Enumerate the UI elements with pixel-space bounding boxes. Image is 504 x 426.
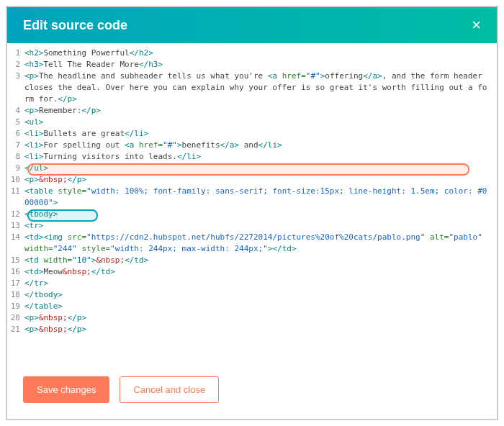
save-button[interactable]: Save changes (23, 376, 109, 403)
code-content[interactable]: <li>Turning visitors into leads.</li> (24, 151, 497, 163)
modal-title: Edit source code (23, 18, 127, 33)
code-content[interactable]: </tbody> (24, 289, 497, 301)
line-number: 13 (7, 220, 24, 232)
line-number: 11 (7, 186, 24, 209)
line-number: 7 (7, 140, 24, 151)
line-number: 6 (7, 128, 24, 140)
code-content[interactable]: <h3>Tell The Reader More</h3> (24, 59, 497, 71)
code-line[interactable]: 12<tbody> (7, 209, 497, 220)
line-number: 16 (7, 266, 24, 278)
code-line[interactable]: 1<h2>Something Powerful</h2> (7, 47, 497, 59)
code-content[interactable]: </ul> (24, 163, 497, 174)
code-content[interactable]: <tbody> (24, 209, 497, 220)
line-number: 2 (7, 59, 24, 71)
line-number: 1 (7, 47, 24, 59)
line-number: 14 (7, 232, 24, 255)
code-line[interactable]: 3<p>The headline and subheader tells us … (7, 71, 497, 105)
code-line[interactable]: 6<li>Bullets are great</li> (7, 128, 497, 140)
modal-header: Edit source code × (7, 7, 497, 43)
code-content[interactable]: <h2>Something Powerful</h2> (24, 47, 497, 59)
code-content[interactable]: <ul> (24, 117, 497, 128)
line-number: 18 (7, 289, 24, 301)
source-code-editor[interactable]: 1<h2>Something Powerful</h2>2<h3>Tell Th… (7, 43, 497, 363)
code-content[interactable]: </tr> (24, 278, 497, 289)
line-number: 17 (7, 278, 24, 289)
code-line[interactable]: 2<h3>Tell The Reader More</h3> (7, 59, 497, 71)
modal-frame: Edit source code × 1<h2>Something Powerf… (6, 6, 498, 420)
line-number: 10 (7, 174, 24, 186)
line-number: 15 (7, 255, 24, 266)
line-number: 4 (7, 105, 24, 117)
line-number: 21 (7, 324, 24, 335)
code-line[interactable]: 21<p>&nbsp;</p> (7, 324, 497, 335)
code-line[interactable]: 11<table style="width: 100%; font-family… (7, 186, 497, 209)
code-content[interactable]: <p>&nbsp;</p> (24, 324, 497, 335)
code-line[interactable]: 17</tr> (7, 278, 497, 289)
line-number: 9 (7, 163, 24, 174)
line-number: 8 (7, 151, 24, 163)
close-icon[interactable]: × (472, 17, 481, 33)
code-line[interactable]: 16<td>Meow&nbsp;</td> (7, 266, 497, 278)
code-content[interactable]: <table style="width: 100%; font-family: … (24, 186, 497, 209)
line-number: 3 (7, 71, 24, 105)
cancel-button[interactable]: Cancel and close (120, 376, 219, 403)
code-line[interactable]: 4<p>Remember:</p> (7, 105, 497, 117)
code-line[interactable]: 18</tbody> (7, 289, 497, 301)
code-content[interactable]: <li>Bullets are great</li> (24, 128, 497, 140)
code-line[interactable]: 20<p>&nbsp;</p> (7, 312, 497, 324)
code-content[interactable]: <p>The headline and subheader tells us w… (24, 71, 497, 105)
line-number: 20 (7, 312, 24, 324)
line-number: 19 (7, 301, 24, 312)
code-content[interactable]: </table> (24, 301, 497, 312)
code-line[interactable]: 8<li>Turning visitors into leads.</li> (7, 151, 497, 163)
code-content[interactable]: <p>&nbsp;</p> (24, 312, 497, 324)
code-line[interactable]: 14<td><img src="https://cdn2.hubspot.net… (7, 232, 497, 255)
code-content[interactable]: <p>&nbsp;</p> (24, 174, 497, 186)
code-content[interactable]: <li>For spelling out <a href="#">benefit… (24, 140, 497, 151)
code-line[interactable]: 9</ul> (7, 163, 497, 174)
code-line[interactable]: 10<p>&nbsp;</p> (7, 174, 497, 186)
line-number: 5 (7, 117, 24, 128)
code-line[interactable]: 19</table> (7, 301, 497, 312)
modal-footer: Save changes Cancel and close (7, 363, 497, 419)
code-line[interactable]: 13<tr> (7, 220, 497, 232)
code-content[interactable]: <tr> (24, 220, 497, 232)
code-content[interactable]: <td><img src="https://cdn2.hubspot.net/h… (24, 232, 497, 255)
code-content[interactable]: <p>Remember:</p> (24, 105, 497, 117)
code-line[interactable]: 15<td width="10">&nbsp;</td> (7, 255, 497, 266)
code-content[interactable]: <td>Meow&nbsp;</td> (24, 266, 497, 278)
line-number: 12 (7, 209, 24, 220)
code-line[interactable]: 5<ul> (7, 117, 497, 128)
code-line[interactable]: 7<li>For spelling out <a href="#">benefi… (7, 140, 497, 151)
code-content[interactable]: <td width="10">&nbsp;</td> (24, 255, 497, 266)
